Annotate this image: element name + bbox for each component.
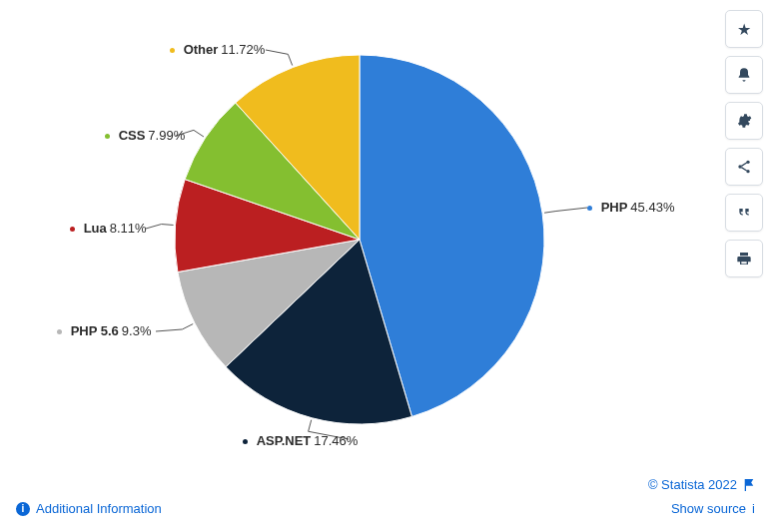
additional-information-link[interactable]: i Additional Information [16, 501, 162, 516]
additional-info-label: Additional Information [36, 501, 162, 516]
slice-label-php: PHP45.43% [587, 200, 674, 215]
slice-label-php56: PHP 5.69.3% [57, 323, 151, 338]
print-icon [736, 251, 752, 266]
info-icon: i [16, 502, 30, 516]
bell-icon [736, 67, 752, 83]
show-source-label: Show source [671, 501, 746, 516]
slice-label-css: CSS7.99% [105, 128, 185, 143]
copyright: © Statista 2022 [648, 477, 755, 492]
show-source-link[interactable]: Show source i [671, 501, 755, 516]
quote-icon [736, 205, 752, 221]
chart-container: PHP45.43% ASP.NET17.46% PHP 5.69.3% Lua8… [0, 0, 719, 474]
info-icon: i [752, 501, 755, 516]
gear-icon [736, 113, 752, 129]
notify-button[interactable] [725, 56, 763, 94]
footer: i Additional Information © Statista 2022… [16, 477, 755, 522]
cite-button[interactable] [725, 194, 763, 232]
copyright-text: © Statista 2022 [648, 477, 737, 492]
slice-label-other: Other11.72% [170, 42, 265, 57]
pie-chart [175, 55, 544, 424]
flag-icon [743, 479, 755, 491]
share-button[interactable] [725, 148, 763, 186]
print-button[interactable] [725, 240, 763, 277]
favorite-button[interactable]: ★ [725, 10, 763, 48]
slice-label-aspnet: ASP.NET17.46% [243, 433, 358, 448]
share-icon [736, 159, 752, 175]
action-rail: ★ [725, 10, 763, 277]
slice-label-lua: Lua8.11% [70, 221, 147, 236]
settings-button[interactable] [725, 102, 763, 140]
star-icon: ★ [737, 20, 751, 39]
